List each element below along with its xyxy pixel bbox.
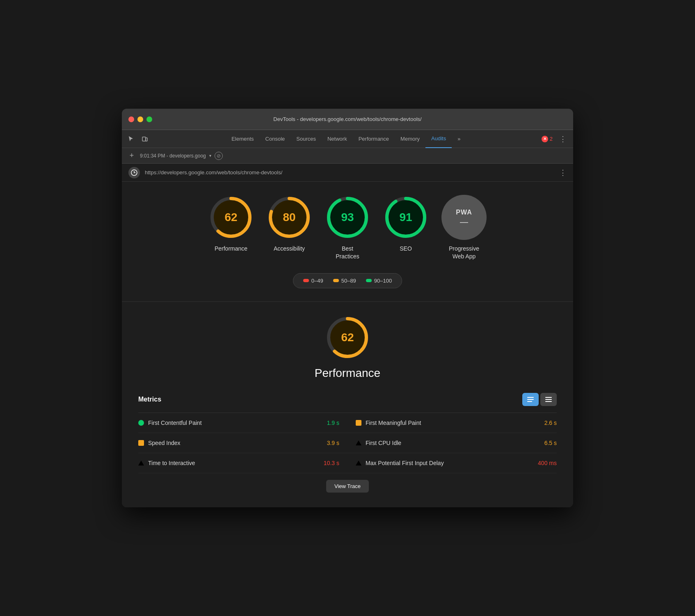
best-practices-circle: 93 <box>325 195 370 240</box>
accessibility-circle: 80 <box>267 195 312 240</box>
performance-score: 62 <box>224 211 237 224</box>
tab-label: 9:01:34 PM - developers.goog <box>140 153 206 159</box>
new-tab-button[interactable]: + <box>127 151 137 161</box>
perf-score-center: 62 Performance <box>138 315 557 380</box>
window-title: DevTools - developers.google.com/web/too… <box>273 116 421 122</box>
close-button[interactable] <box>128 116 134 122</box>
tab-more[interactable]: » <box>452 130 466 148</box>
seo-score: 91 <box>399 211 412 224</box>
view-trace-button[interactable]: View Trace <box>326 480 369 493</box>
accessibility-score: 80 <box>283 211 295 224</box>
red-dot <box>303 279 309 282</box>
seo-label: SEO <box>400 245 412 252</box>
score-accessibility[interactable]: 80 Accessibility <box>267 195 312 252</box>
metric-si: Speed Index 3.9 s <box>138 440 339 446</box>
green-dot <box>366 279 372 282</box>
device-icon[interactable] <box>139 133 151 145</box>
tti-value: 10.3 s <box>324 460 339 466</box>
metric-fcp: First Contentful Paint 1.9 s <box>138 420 339 426</box>
content-url-bar: https://developers.google.com/web/tools/… <box>122 164 573 182</box>
tab-dropdown[interactable]: ▾ <box>209 153 211 158</box>
orange-dot <box>333 279 339 282</box>
devtools-tabs: Elements Console Sources Network Perform… <box>122 130 573 148</box>
tab-network[interactable]: Network <box>322 130 353 148</box>
fci-indicator <box>356 440 361 445</box>
score-seo[interactable]: 91 SEO <box>383 195 428 252</box>
scores-row: 62 Performance 80 Accessibility <box>138 195 557 260</box>
seo-circle: 91 <box>383 195 428 240</box>
traffic-lights <box>128 116 152 122</box>
metrics-header: Metrics <box>138 393 557 406</box>
fci-name: First CPU Idle <box>366 440 540 446</box>
metric-row-1: First Contentful Paint 1.9 s First Meani… <box>138 413 557 433</box>
metric-mpfid: Max Potential First Input Delay 400 ms <box>339 460 557 466</box>
legend-orange: 50–89 <box>333 278 356 284</box>
error-badge[interactable]: ✕ 2 <box>542 136 553 142</box>
fci-value: 6.5 s <box>544 440 557 446</box>
pwa-label: ProgressiveWeb App <box>449 245 479 260</box>
tab-elements[interactable]: Elements <box>226 130 259 148</box>
metric-row-3: Time to Interactive 10.3 s Max Potential… <box>138 453 557 473</box>
metrics-title: Metrics <box>138 396 161 403</box>
fcp-value: 1.9 s <box>327 420 339 426</box>
more-options-button[interactable]: ⋮ <box>556 133 570 145</box>
view-toggle <box>522 393 557 406</box>
address-bar: + 9:01:34 PM - developers.goog ▾ ⊘ <box>122 148 573 164</box>
legend-inner: 0–49 50–89 90–100 <box>293 273 402 288</box>
tti-indicator <box>138 461 144 465</box>
main-content: 62 Performance 80 Accessibility <box>122 182 573 507</box>
mpfid-name: Max Potential First Input Delay <box>366 460 534 466</box>
grid-view-button[interactable] <box>522 393 539 406</box>
best-practices-score: 93 <box>341 211 354 224</box>
legend: 0–49 50–89 90–100 <box>138 273 557 288</box>
lighthouse-icon <box>128 167 140 178</box>
perf-large-circle: 62 <box>325 315 370 360</box>
minimize-button[interactable] <box>137 116 143 122</box>
best-practices-label: BestPractices <box>336 245 359 260</box>
svg-rect-0 <box>142 137 146 141</box>
perf-large-score: 62 <box>341 331 354 344</box>
tab-sources[interactable]: Sources <box>290 130 322 148</box>
mpfid-indicator <box>356 461 361 465</box>
block-icon[interactable]: ⊘ <box>215 152 223 160</box>
legend-green: 90–100 <box>366 278 392 284</box>
cursor-icon[interactable] <box>125 133 137 145</box>
metric-tti: Time to Interactive 10.3 s <box>138 460 339 466</box>
page-url: https://developers.google.com/web/tools/… <box>145 169 282 176</box>
score-best-practices[interactable]: 93 BestPractices <box>325 195 370 260</box>
fmp-value: 2.6 s <box>544 420 557 426</box>
legend-red: 0–49 <box>303 278 323 284</box>
performance-section-title: Performance <box>315 367 380 380</box>
bottom-hint: View Trace <box>138 473 557 494</box>
list-view-button[interactable] <box>540 393 557 406</box>
tab-audits[interactable]: Audits <box>425 130 452 148</box>
metric-fmp: First Meaningful Paint 2.6 s <box>339 420 557 426</box>
fcp-indicator <box>138 420 144 426</box>
tti-name: Time to Interactive <box>148 460 320 466</box>
si-value: 3.9 s <box>327 440 339 446</box>
performance-circle: 62 <box>208 195 254 240</box>
title-bar: DevTools - developers.google.com/web/too… <box>122 109 573 130</box>
pwa-dash: — <box>460 218 468 226</box>
tab-memory[interactable]: Memory <box>395 130 425 148</box>
performance-label: Performance <box>215 245 247 252</box>
fmp-indicator <box>356 420 361 426</box>
performance-section: 62 Performance Metrics <box>138 302 557 494</box>
url-more-button[interactable]: ⋮ <box>559 168 567 177</box>
maximize-button[interactable] <box>146 116 152 122</box>
score-pwa[interactable]: PWA — ProgressiveWeb App <box>441 195 487 260</box>
error-icon: ✕ <box>542 136 548 142</box>
accessibility-label: Accessibility <box>274 245 305 252</box>
fcp-name: First Contentful Paint <box>148 420 323 426</box>
fmp-name: First Meaningful Paint <box>366 420 540 426</box>
si-indicator <box>138 440 144 446</box>
tabs-right: ✕ 2 ⋮ <box>542 133 570 145</box>
browser-window: DevTools - developers.google.com/web/too… <box>122 109 573 507</box>
metric-fci: First CPU Idle 6.5 s <box>339 440 557 446</box>
si-name: Speed Index <box>148 440 323 446</box>
metric-row-2: Speed Index 3.9 s First CPU Idle 6.5 s <box>138 433 557 453</box>
tab-performance[interactable]: Performance <box>353 130 395 148</box>
mpfid-value: 400 ms <box>538 460 557 466</box>
score-performance[interactable]: 62 Performance <box>208 195 254 252</box>
tab-console[interactable]: Console <box>260 130 291 148</box>
